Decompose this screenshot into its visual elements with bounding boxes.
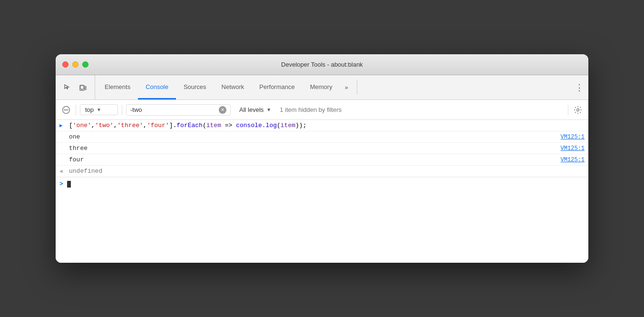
context-selector[interactable]: top ▼: [80, 104, 118, 115]
tab-performance[interactable]: Performance: [252, 75, 302, 99]
toolbar-divider-2: [122, 105, 122, 115]
tab-memory[interactable]: Memory: [302, 75, 340, 99]
console-return-line: ◀ undefined: [56, 166, 588, 177]
levels-arrow-icon: ▼: [266, 107, 271, 112]
filter-clear-button[interactable]: ✕: [219, 106, 226, 114]
console-cursor: [67, 181, 71, 188]
console-log-text-four: four: [69, 156, 561, 163]
minimize-button[interactable]: [72, 61, 78, 68]
line-indent-icon: [59, 146, 65, 151]
console-return-value: undefined: [69, 168, 102, 175]
svg-point-6: [577, 109, 579, 111]
context-arrow-icon: ▼: [97, 107, 101, 112]
log-levels-selector[interactable]: All levels ▼: [234, 105, 276, 115]
svg-rect-1: [80, 86, 84, 89]
filter-input-wrap: ✕: [126, 104, 231, 116]
hidden-items-info: 1 item hidden by filters: [280, 106, 564, 113]
console-command-line: ▶ ['one','two','three','four'].forEach(i…: [56, 120, 588, 131]
console-log-text-three: three: [69, 145, 561, 152]
devtools-menu-button[interactable]: ⋮: [570, 75, 588, 99]
more-tabs-button[interactable]: »: [340, 75, 353, 99]
expand-arrow-icon[interactable]: ▶: [59, 122, 65, 129]
console-source-link-one[interactable]: VM125:1: [561, 134, 585, 140]
filter-input[interactable]: [130, 106, 216, 113]
line-indent-icon: [59, 134, 65, 140]
devtools-panel: Elements Console Sources Network Perform…: [56, 75, 588, 263]
toolbar-divider-3: [568, 105, 568, 115]
table-row: three VM125:1: [56, 143, 588, 154]
devtools-window: Developer Tools - about:blank: [56, 54, 588, 263]
device-toolbar-icon[interactable]: [76, 80, 90, 95]
inspect-element-icon[interactable]: [60, 80, 75, 95]
console-source-link-three[interactable]: VM125:1: [561, 145, 585, 152]
console-output: ▶ ['one','two','three','four'].forEach(i…: [56, 120, 588, 263]
traffic-lights: [62, 61, 88, 68]
table-row: one VM125:1: [56, 131, 588, 143]
maximize-button[interactable]: [82, 61, 88, 68]
line-indent-icon: [59, 157, 65, 163]
console-toolbar: top ▼ ✕ All levels ▼ 1 item hidden by fi…: [56, 100, 588, 120]
console-source-link-four[interactable]: VM125:1: [561, 157, 585, 163]
tabs-bar: Elements Console Sources Network Perform…: [56, 75, 588, 100]
tab-console[interactable]: Console: [138, 75, 176, 99]
console-prompt-icon: >: [59, 180, 63, 188]
console-input-line: >: [56, 177, 588, 190]
console-log-text-one: one: [69, 133, 561, 140]
tab-separator: [357, 80, 357, 95]
clear-console-button[interactable]: [60, 104, 72, 116]
titlebar: Developer Tools - about:blank: [56, 54, 588, 75]
return-arrow-icon: ◀: [59, 168, 65, 174]
tab-network[interactable]: Network: [214, 75, 252, 99]
svg-rect-2: [85, 86, 86, 90]
settings-button[interactable]: [572, 104, 584, 116]
toolbar-divider-1: [76, 105, 76, 115]
table-row: four VM125:1: [56, 154, 588, 166]
tab-sources[interactable]: Sources: [176, 75, 214, 99]
window-title: Developer Tools - about:blank: [281, 61, 363, 68]
tab-icon-group: [60, 75, 95, 99]
close-button[interactable]: [62, 61, 68, 68]
tab-elements[interactable]: Elements: [97, 75, 138, 99]
console-command-code: ['one','two','three','four'].forEach(ite…: [69, 122, 585, 129]
